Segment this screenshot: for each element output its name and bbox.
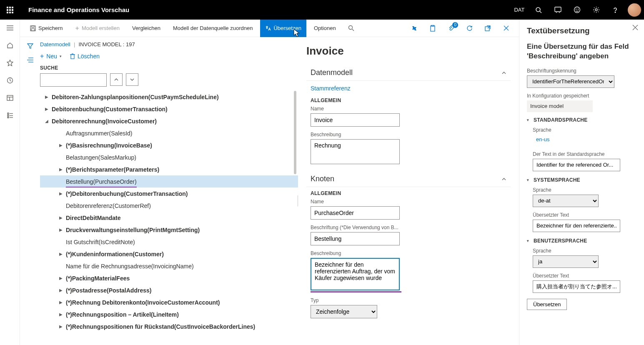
translate-button[interactable]: Übersetzen xyxy=(260,20,306,37)
attachments-icon[interactable]: 0 xyxy=(443,20,459,37)
favorites-icon[interactable] xyxy=(6,59,14,67)
tree-node[interactable]: ▶(*)Berichtsparameter(Parameters) xyxy=(40,163,298,175)
section-datamodel-header[interactable]: Datenmodell xyxy=(306,65,511,81)
system-lang-select[interactable]: de-at xyxy=(533,195,599,207)
tree-node[interactable]: ▶DirectDebitMandate xyxy=(40,212,298,224)
panel-close-icon[interactable] xyxy=(632,25,638,30)
home-icon[interactable] xyxy=(6,41,14,50)
compare-button[interactable]: Vergleichen xyxy=(127,20,165,37)
tree-node[interactable]: Belastungen(SalesMarkup) xyxy=(40,151,298,163)
node-desc-input[interactable]: Bezeichner für den referenzierten Auftra… xyxy=(311,258,400,290)
tree-twisty-icon[interactable]: ▶ xyxy=(59,312,66,317)
tree-twisty-icon[interactable]: ▶ xyxy=(59,215,66,220)
user-text-input[interactable] xyxy=(533,280,620,293)
tree-node[interactable]: Name für die Rechnungsadresse(InvoicingN… xyxy=(40,260,298,272)
tree-node[interactable]: Bestellung(PurchaseOrder) xyxy=(40,175,298,188)
svg-line-36 xyxy=(352,29,354,31)
svg-rect-3 xyxy=(7,9,8,11)
default-lang-section[interactable]: STANDARDSPRACHE xyxy=(527,117,636,123)
save-button[interactable]: Speichern xyxy=(25,20,68,37)
tree-node[interactable]: ▶(*)PackingMaterialFees xyxy=(40,272,298,284)
copilot-icon[interactable] xyxy=(406,20,422,37)
system-lang-section[interactable]: SYSTEMSPRACHE xyxy=(527,177,636,183)
label-id-select[interactable]: IdentifierForTheReferencedOr... xyxy=(527,75,614,88)
list-icon[interactable] xyxy=(27,58,33,62)
tree-node[interactable]: ◢Debitorenrechnung(InvoiceCustomer) xyxy=(40,115,298,127)
tree-scrollbar[interactable] xyxy=(294,91,296,174)
default-text-input[interactable] xyxy=(533,159,620,171)
tree-twisty-icon[interactable]: ▶ xyxy=(59,276,66,280)
feedback-icon[interactable] xyxy=(567,0,586,20)
tree-twisty-icon[interactable]: ▶ xyxy=(59,191,66,196)
tree-node[interactable]: ▶(*)Debitorenbuchung(CustomerTransaction… xyxy=(40,188,298,200)
tree-node[interactable]: Ist Gutschrift(IsCreditNote) xyxy=(40,236,298,248)
new-model-button[interactable]: +Modell erstellen xyxy=(70,20,125,37)
tree-node[interactable]: ▶(*)Rechnung Debitorenkonto(InvoiceCusto… xyxy=(40,296,298,308)
gear-icon[interactable] xyxy=(586,0,606,20)
translate-submit-button[interactable]: Übersetzen xyxy=(527,299,567,310)
splitter-grip[interactable] xyxy=(298,195,298,207)
user-lang-select[interactable]: ja xyxy=(533,255,599,268)
workspaces-icon[interactable] xyxy=(6,94,14,102)
tree-twisty-icon[interactable]: ▶ xyxy=(59,324,66,329)
options-button[interactable]: Optionen xyxy=(309,20,341,37)
tree-twisty-icon[interactable]: ◢ xyxy=(45,119,52,123)
help-icon[interactable] xyxy=(606,0,625,20)
default-lang-value[interactable]: en-us xyxy=(533,135,599,146)
tree-node[interactable]: ▶(*)Postadresse(PostalAddress) xyxy=(40,284,298,296)
legal-entity[interactable]: DAT xyxy=(510,0,529,20)
node-caption-input[interactable] xyxy=(311,232,400,245)
popout-icon[interactable] xyxy=(480,20,496,37)
search-next-button[interactable] xyxy=(126,73,138,86)
dm-name-input[interactable] xyxy=(311,113,400,127)
recent-icon[interactable] xyxy=(6,76,14,85)
refresh-icon[interactable] xyxy=(461,20,477,37)
tree-node[interactable]: ▶Debitoren-Zahlungsplanpositionen(CustPa… xyxy=(40,91,298,103)
tree-twisty-icon[interactable]: ▶ xyxy=(59,288,66,292)
user-avatar[interactable] xyxy=(625,0,644,20)
tree-node[interactable]: ▶Druckverwaltungseinstellung(PrintMgmtSe… xyxy=(40,224,298,236)
search-icon[interactable] xyxy=(529,0,548,20)
tree-twisty-icon[interactable]: ▶ xyxy=(59,143,66,148)
user-lang-section[interactable]: BENUTZERSPRACHE xyxy=(527,238,636,244)
node-name-input[interactable] xyxy=(311,206,400,220)
tree-node[interactable]: Debitorenreferenz(CustomerRef) xyxy=(40,200,298,212)
tree-node[interactable]: ▶(*)Rechnungspositionen für Rückstand(Cu… xyxy=(40,320,298,332)
tree-node[interactable]: ▶(*)Rechnungsposition – Artikel(LineItem… xyxy=(40,308,298,320)
tree-node-label: Debitoren-Zahlungsplanpositionen(CustPay… xyxy=(52,94,219,100)
clipboard-icon[interactable] xyxy=(425,20,441,37)
tree-node-label: (*)Debitorenbuchung(CustomerTransaction) xyxy=(66,190,188,197)
tree-twisty-icon[interactable]: ▶ xyxy=(59,252,66,256)
hamburger-icon[interactable] xyxy=(6,24,14,32)
tree-twisty-icon[interactable]: ▶ xyxy=(59,300,66,305)
tree-twisty-icon[interactable]: ▶ xyxy=(59,167,66,172)
breadcrumb-root[interactable]: Datenmodell xyxy=(40,41,70,48)
funnel-icon[interactable] xyxy=(27,43,33,49)
section-node-header[interactable]: Knoten xyxy=(306,171,511,187)
node-caption-label: Beschriftung (*Die Verwendung von B... xyxy=(311,225,506,230)
dm-desc-input[interactable]: Rechnung xyxy=(311,139,400,164)
search-prev-button[interactable] xyxy=(110,73,123,86)
search-input[interactable] xyxy=(40,73,107,87)
system-text-input[interactable] xyxy=(533,220,620,232)
delete-button[interactable]: Löschen xyxy=(70,53,100,60)
node-type-select[interactable]: Zeichenfolge xyxy=(311,305,377,318)
tree-twisty-icon[interactable]: ▶ xyxy=(59,228,66,232)
root-reference-link[interactable]: Stammreferenz xyxy=(306,81,511,94)
close-icon[interactable] xyxy=(498,20,514,37)
app-launcher-icon[interactable] xyxy=(0,0,20,20)
tree-twisty-icon[interactable]: ▶ xyxy=(45,95,52,99)
tree-node[interactable]: ▶Debitorenbuchung(CustomerTransaction) xyxy=(40,103,298,115)
tree-node[interactable]: ▶(*)Basisrechnung(InvoiceBase) xyxy=(40,139,298,151)
tree-twisty-icon[interactable]: ▶ xyxy=(45,107,52,111)
find-icon[interactable] xyxy=(343,20,359,37)
assign-datasource-button[interactable]: Modell der Datenquelle zuordnen xyxy=(168,20,258,37)
tree-node[interactable]: Auftragsnummer(SalesId) xyxy=(40,127,298,139)
chat-icon[interactable] xyxy=(548,0,567,20)
tree-node[interactable]: ▶(*)Kundeninformationen(Customer) xyxy=(40,248,298,260)
panel-title: Textübersetzung xyxy=(527,26,636,35)
new-button[interactable]: +Neu▾ xyxy=(40,52,62,60)
general-header-2: ALLGEMEIN xyxy=(311,190,506,199)
modules-icon[interactable] xyxy=(6,111,14,120)
svg-line-10 xyxy=(540,11,541,13)
